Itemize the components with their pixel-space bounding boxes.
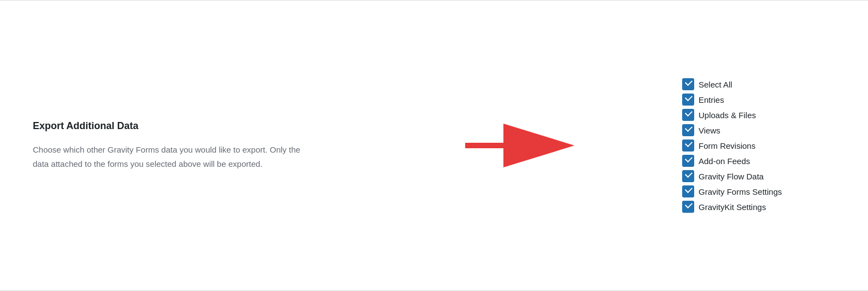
label-select-all: Select All [699, 80, 732, 89]
checkbox-item-select-all[interactable]: Select All [682, 78, 835, 90]
label-uploads-files: Uploads & Files [699, 110, 756, 120]
checkbox-gravity-flow-data[interactable] [682, 170, 694, 182]
checkbox-item-entries[interactable]: Entries [682, 94, 835, 106]
checkbox-item-uploads-files[interactable]: Uploads & Files [682, 109, 835, 121]
checkbox-item-gravity-flow-data[interactable]: Gravity Flow Data [682, 170, 835, 182]
label-gravitykit-settings: GravityKit Settings [699, 202, 766, 212]
label-gravity-flow-data: Gravity Flow Data [699, 172, 764, 181]
checkbox-views[interactable] [682, 124, 694, 136]
label-addon-feeds: Add-on Feeds [699, 156, 750, 166]
checkbox-addon-feeds[interactable] [682, 155, 694, 167]
arrow-area [357, 113, 682, 178]
label-gravity-forms-settings: Gravity Forms Settings [699, 187, 782, 196]
checkbox-select-all[interactable] [682, 78, 694, 90]
checkbox-gravity-forms-settings[interactable] [682, 185, 694, 197]
checkbox-form-revisions[interactable] [682, 139, 694, 152]
checkbox-item-form-revisions[interactable]: Form Revisions [682, 139, 835, 152]
checkboxes-list: Select AllEntriesUploads & FilesViewsFor… [682, 78, 835, 213]
checkbox-item-views[interactable]: Views [682, 124, 835, 136]
left-section: Export Additional Data Choose which othe… [33, 120, 357, 171]
checkbox-uploads-files[interactable] [682, 109, 694, 121]
checkbox-item-gravitykit-settings[interactable]: GravityKit Settings [682, 201, 835, 213]
checkbox-item-gravity-forms-settings[interactable]: Gravity Forms Settings [682, 185, 835, 197]
label-views: Views [699, 126, 720, 135]
section-description: Choose which other Gravity Forms data yo… [33, 143, 317, 171]
checkbox-item-addon-feeds[interactable]: Add-on Feeds [682, 155, 835, 167]
arrow-icon [460, 113, 580, 178]
export-additional-data-section: Export Additional Data Choose which othe… [0, 0, 868, 291]
label-form-revisions: Form Revisions [699, 141, 755, 150]
section-title: Export Additional Data [33, 120, 357, 132]
checkbox-gravitykit-settings[interactable] [682, 201, 694, 213]
label-entries: Entries [699, 95, 724, 104]
svg-marker-0 [465, 124, 574, 167]
checkbox-entries[interactable] [682, 94, 694, 106]
